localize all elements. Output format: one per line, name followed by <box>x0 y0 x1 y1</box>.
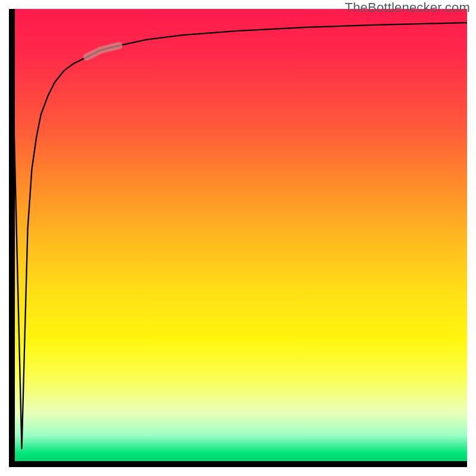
x-axis <box>9 461 467 467</box>
chart-canvas: TheBottlenecker.com <box>0 0 476 476</box>
y-axis <box>9 9 15 467</box>
plot-gradient-background <box>9 9 467 467</box>
attribution-text: TheBottlenecker.com <box>345 0 470 15</box>
